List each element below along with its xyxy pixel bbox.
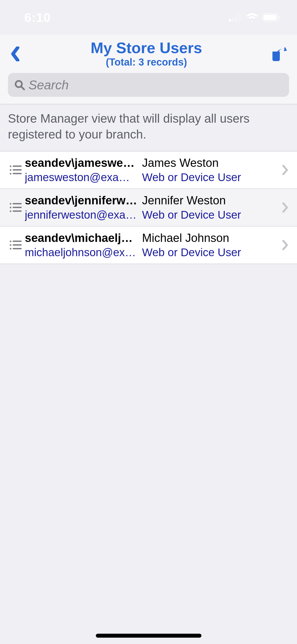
user-role: Web or Device User [142, 171, 280, 184]
list-icon [6, 200, 25, 215]
user-row-body: seandev\jenniferweston Jennifer Weston j… [25, 194, 280, 221]
description-box: Store Manager view that will display all… [0, 104, 297, 151]
svg-point-20 [10, 210, 11, 212]
svg-point-24 [10, 244, 11, 246]
svg-rect-6 [263, 15, 277, 20]
header: My Store Users (Total: 3 records) [0, 35, 297, 104]
svg-rect-25 [13, 244, 22, 246]
user-email: jamesweston@example.com [25, 171, 138, 184]
home-indicator [96, 634, 201, 638]
user-row-body: seandev\jamesweston James Weston jameswe… [25, 156, 280, 184]
svg-rect-27 [13, 248, 22, 249]
user-role: Web or Device User [142, 209, 280, 221]
page-subtitle: (Total: 3 records) [23, 57, 270, 68]
chevron-right-icon [280, 165, 291, 175]
user-username: seandev\jenniferweston [25, 194, 138, 207]
svg-rect-3 [238, 14, 241, 22]
list-icon [6, 238, 25, 252]
status-bar: 6:10 [0, 0, 297, 35]
svg-point-16 [10, 203, 11, 205]
svg-rect-7 [279, 16, 280, 19]
chevron-right-icon [280, 240, 291, 250]
user-role: Web or Device User [142, 246, 280, 259]
search-input[interactable] [29, 78, 283, 92]
chevron-left-icon [11, 47, 20, 61]
battery-icon [262, 13, 281, 22]
description-text: Store Manager view that will display all… [8, 111, 289, 142]
user-list: seandev\jamesweston James Weston jameswe… [0, 151, 297, 264]
list-icon [6, 163, 25, 177]
status-indicators [229, 13, 281, 22]
svg-rect-21 [13, 210, 22, 212]
svg-point-18 [10, 207, 11, 208]
search-field[interactable] [8, 73, 289, 97]
search-icon [14, 80, 25, 90]
user-displayname: James Weston [142, 156, 280, 169]
svg-rect-15 [13, 173, 22, 174]
user-row[interactable]: seandev\jamesweston James Weston jameswe… [0, 151, 297, 189]
user-username: seandev\michaeljohnson [25, 231, 138, 245]
nav-bar: My Store Users (Total: 3 records) [0, 35, 297, 73]
wifi-icon [246, 13, 258, 22]
user-row-body: seandev\michaeljohnson Michael Johnson m… [25, 231, 280, 259]
svg-point-22 [10, 241, 11, 242]
svg-rect-11 [13, 165, 22, 167]
search-wrap [0, 73, 297, 104]
svg-rect-1 [232, 17, 234, 22]
user-displayname: Jennifer Weston [142, 194, 280, 207]
svg-point-10 [10, 165, 11, 167]
share-button[interactable] [270, 44, 289, 63]
svg-rect-19 [13, 207, 22, 208]
svg-point-12 [10, 169, 11, 171]
user-email: jenniferweston@example.com [25, 209, 138, 221]
share-icon [271, 46, 287, 62]
user-row[interactable]: seandev\michaeljohnson Michael Johnson m… [0, 227, 297, 264]
svg-point-14 [10, 173, 11, 174]
status-time: 6:10 [24, 10, 51, 25]
cellular-icon [229, 13, 242, 22]
nav-title-wrap: My Store Users (Total: 3 records) [23, 40, 270, 68]
user-displayname: Michael Johnson [142, 231, 280, 245]
svg-point-26 [10, 248, 11, 250]
svg-rect-13 [13, 169, 22, 171]
back-button[interactable] [7, 43, 23, 65]
chevron-right-icon [280, 202, 291, 213]
svg-rect-23 [13, 241, 22, 242]
svg-line-9 [21, 87, 24, 90]
user-email: michaeljohnson@example.com [25, 246, 138, 259]
svg-rect-17 [13, 203, 22, 204]
svg-rect-4 [229, 19, 231, 22]
user-username: seandev\jamesweston [25, 156, 138, 169]
svg-rect-2 [235, 16, 237, 22]
user-row[interactable]: seandev\jenniferweston Jennifer Weston j… [0, 189, 297, 227]
page-title: My Store Users [23, 40, 270, 56]
